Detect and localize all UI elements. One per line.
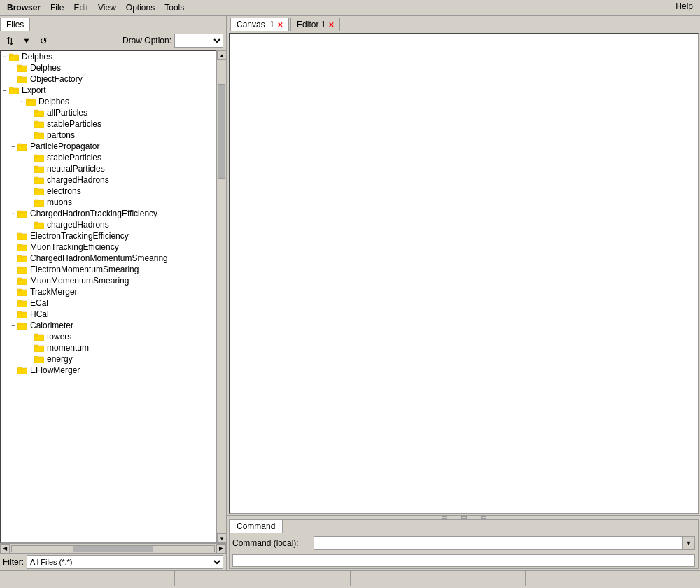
status-cell-4 (526, 571, 700, 586)
tree-item[interactable]: HCal (1, 309, 216, 320)
tree-item[interactable]: − Delphes (1, 96, 216, 107)
tree-item-label: Calorimeter (30, 321, 74, 330)
hscroll-left[interactable]: ◀ (0, 544, 10, 554)
draw-option-select[interactable] (174, 34, 223, 48)
sort-icon: ⇅ (6, 36, 14, 46)
svg-rect-61 (34, 356, 38, 358)
tree-item[interactable]: towers (1, 331, 216, 342)
expand-icon (26, 108, 34, 117)
status-cell-3 (351, 571, 526, 586)
command-local-input[interactable] (314, 536, 682, 550)
tree-item[interactable]: stableParticles (1, 118, 216, 130)
svg-rect-27 (34, 177, 38, 179)
tree-wrapper: − Delphes Delphes ObjectFactory− Export−… (0, 50, 226, 543)
tree-item[interactable]: ElectronMomentumSmearing (1, 264, 216, 275)
tree-item[interactable]: chargedHadrons (1, 219, 216, 230)
hscroll-right[interactable]: ▶ (216, 544, 226, 554)
command-tab[interactable]: Command (230, 520, 283, 533)
tree-item-label: stableParticles (47, 119, 102, 129)
tree-item[interactable]: neutralParticles (1, 163, 216, 174)
tree-item-label: Delphes (30, 63, 61, 73)
vscroll-down[interactable]: ▼ (217, 533, 226, 543)
left-panel: Files ⇅ ▼ ↺ Draw Option: (0, 16, 227, 570)
tree-item[interactable]: stableParticles (1, 152, 216, 163)
menu-options[interactable]: Options (122, 1, 159, 14)
svg-marker-55 (18, 325, 27, 330)
vscroll-up[interactable]: ▲ (217, 50, 226, 60)
menu-help[interactable]: Help (671, 0, 697, 13)
svg-rect-57 (34, 334, 38, 336)
tree-item[interactable]: − Calorimeter (1, 320, 216, 331)
tree-item[interactable]: − ParticlePropagator (1, 141, 216, 152)
tree-item[interactable]: TrackMerger (1, 286, 216, 298)
editor-close-icon[interactable]: ✕ (328, 21, 334, 29)
folder-icon (34, 164, 46, 174)
tree-item[interactable]: ECal (1, 298, 216, 309)
tree-item[interactable]: partons (1, 130, 216, 141)
expand-icon[interactable]: − (9, 209, 18, 218)
status-cell-2 (175, 571, 350, 586)
tab-files[interactable]: Files (0, 18, 30, 31)
tree-item[interactable]: chargedHadrons (1, 174, 216, 186)
refresh-icon: ↺ (40, 36, 48, 46)
tree-item[interactable]: MuonTrackingEfficiency (1, 241, 216, 253)
svg-marker-9 (9, 90, 19, 94)
right-panel: Canvas_1 ✕ Editor 1 ✕ (227, 16, 700, 570)
tree-item-label: towers (47, 332, 71, 342)
tree-item[interactable]: MuonMomentumSmearing (1, 275, 216, 286)
expand-icon (9, 288, 18, 296)
expand-icon[interactable]: − (9, 321, 18, 330)
tree-item[interactable]: − ChargedHadronTrackingEfficiency (1, 208, 216, 219)
tree-item[interactable]: EFlowMerger (1, 365, 216, 376)
expand-icon (9, 243, 18, 251)
hscroll-thumb[interactable] (73, 546, 154, 552)
menu-file[interactable]: File (46, 1, 68, 14)
tab-canvas[interactable]: Canvas_1 ✕ (230, 18, 289, 31)
expand-icon (9, 64, 18, 72)
menu-tools[interactable]: Tools (160, 1, 188, 14)
expand-icon[interactable]: − (1, 52, 9, 61)
expand-icon[interactable]: − (1, 86, 9, 94)
tree-item[interactable]: electrons (1, 186, 216, 197)
menubar: Browser File Edit View Options Tools Hel… (0, 0, 700, 16)
menu-view[interactable]: View (94, 1, 120, 14)
tree-item[interactable]: ElectronTrackingEfficiency (1, 230, 216, 241)
tree-item-label: TrackMerger (30, 287, 78, 297)
tree-item-label: MuonMomentumSmearing (30, 276, 129, 286)
menu-browser[interactable]: Browser (3, 1, 45, 14)
expand-icon (26, 176, 34, 184)
tree-item[interactable]: allParticles (1, 107, 216, 118)
editor-tab-label: Editor 1 (297, 20, 326, 29)
expand-icon[interactable]: − (9, 142, 18, 150)
canvas-tabbar: Canvas_1 ✕ Editor 1 ✕ (227, 16, 700, 31)
expand-icon (26, 220, 34, 229)
tree-item[interactable]: momentum (1, 342, 216, 354)
tree-item[interactable]: ChargedHadronMomentumSmearing (1, 253, 216, 264)
filter-button[interactable]: ▼ (20, 34, 34, 48)
svg-rect-44 (18, 267, 22, 269)
vscroll-thumb[interactable] (218, 84, 225, 178)
tree-item[interactable]: ObjectFactory (1, 74, 216, 85)
folder-icon (26, 97, 37, 106)
vscroll-track (217, 60, 226, 533)
status-cell-1 (0, 571, 175, 586)
tree-item-label: MuonTrackingEfficiency (30, 242, 119, 252)
expand-icon[interactable]: − (18, 97, 26, 106)
tree-item[interactable]: energy (1, 354, 216, 365)
tree-item[interactable]: − Delphes (1, 51, 216, 62)
refresh-button[interactable]: ↺ (36, 34, 50, 48)
filter-select[interactable]: All Files (*.*) (27, 555, 223, 569)
splitter-dot-1 (442, 516, 447, 519)
tree-item[interactable]: muons (1, 197, 216, 208)
folder-icon (34, 344, 46, 353)
sort-button[interactable]: ⇅ (3, 34, 17, 48)
canvas-close-icon[interactable]: ✕ (277, 21, 283, 29)
tree-item[interactable]: − Export (1, 85, 216, 96)
tree-item[interactable]: Delphes (1, 62, 216, 74)
tree-item-label: ElectronTrackingEfficiency (30, 231, 129, 241)
command-execute-input[interactable] (232, 554, 695, 567)
folder-icon (34, 108, 46, 118)
menu-edit[interactable]: Edit (69, 1, 92, 14)
command-local-dropdown[interactable]: ▼ (682, 536, 695, 550)
tab-editor[interactable]: Editor 1 ✕ (290, 18, 340, 31)
